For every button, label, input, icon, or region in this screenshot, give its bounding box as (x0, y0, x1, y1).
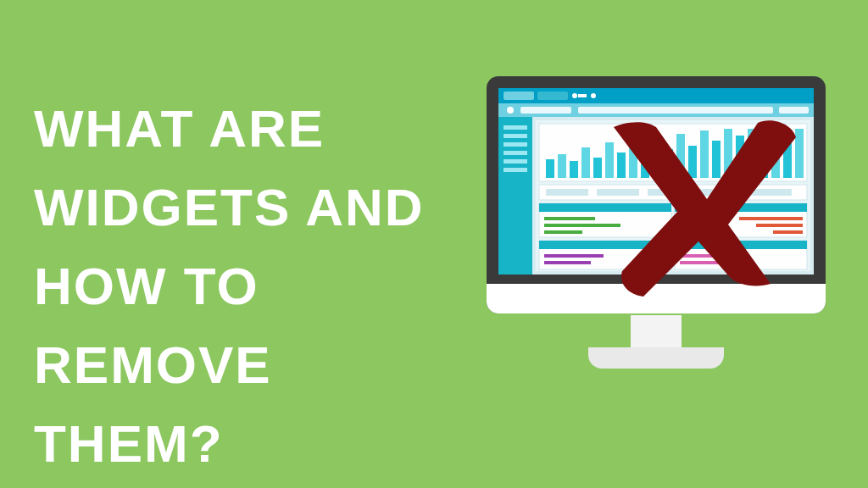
svg-rect-38 (712, 141, 721, 178)
svg-rect-26 (570, 161, 578, 178)
svg-rect-18 (504, 142, 527, 147)
svg-rect-13 (578, 107, 773, 114)
monitor-svg (487, 76, 826, 313)
svg-rect-60 (756, 224, 803, 227)
svg-rect-51 (749, 189, 792, 196)
monitor-illustration (487, 76, 826, 369)
svg-rect-61 (773, 230, 803, 234)
svg-rect-5 (504, 92, 534, 100)
svg-rect-8 (578, 94, 587, 97)
svg-rect-59 (739, 217, 803, 220)
svg-rect-16 (504, 125, 527, 130)
svg-rect-25 (558, 154, 566, 178)
svg-point-7 (572, 93, 577, 98)
svg-rect-17 (504, 134, 527, 138)
svg-rect-54 (544, 217, 595, 220)
svg-rect-15 (498, 117, 532, 274)
svg-rect-29 (605, 142, 614, 178)
svg-rect-21 (504, 168, 527, 172)
svg-rect-14 (779, 107, 809, 114)
monitor-stand (487, 315, 826, 369)
svg-rect-24 (546, 159, 554, 178)
svg-rect-2 (487, 284, 826, 299)
svg-rect-69 (680, 261, 722, 264)
svg-rect-19 (504, 151, 527, 155)
svg-rect-28 (593, 158, 602, 178)
svg-rect-64 (544, 254, 604, 258)
svg-rect-20 (504, 159, 527, 164)
svg-rect-27 (581, 147, 590, 178)
svg-point-11 (507, 107, 514, 114)
svg-rect-45 (795, 129, 804, 178)
svg-rect-12 (520, 107, 571, 114)
headline-text: What are widgets and how to remove them? (34, 89, 475, 483)
svg-rect-48 (597, 189, 639, 196)
svg-rect-30 (617, 152, 626, 178)
svg-rect-55 (544, 224, 620, 227)
svg-rect-37 (700, 130, 709, 178)
svg-rect-53 (539, 203, 671, 212)
svg-rect-6 (537, 92, 568, 100)
svg-point-9 (591, 93, 596, 98)
svg-rect-65 (544, 261, 591, 264)
svg-rect-47 (546, 189, 588, 196)
svg-rect-36 (688, 146, 697, 178)
svg-rect-56 (544, 230, 582, 234)
